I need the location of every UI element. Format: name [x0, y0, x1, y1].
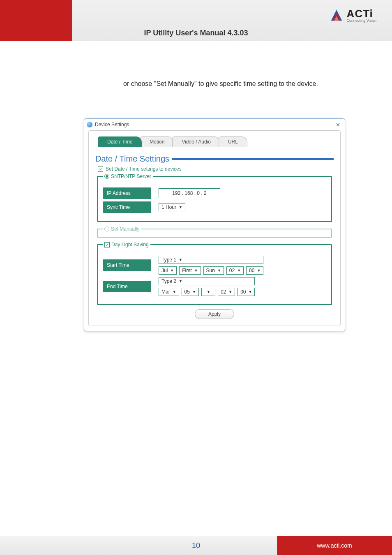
ip-address-input[interactable]: 192 . 168 . 0 . 2: [159, 188, 220, 198]
tab-date-time[interactable]: Date / Time: [98, 136, 142, 147]
start-day-select[interactable]: Sun▼: [203, 266, 224, 275]
body-paragraph: or choose "Set Manually" to give specifi…: [123, 80, 318, 88]
dialog-title: Device Settings: [95, 122, 129, 127]
chevron-down-icon: ▼: [173, 290, 176, 294]
start-type-value: Type 1: [161, 257, 176, 263]
sntp-legend[interactable]: SNTP/NTP Server: [103, 173, 153, 179]
ip-address-label: IP Address: [103, 187, 151, 199]
chevron-down-icon: ▼: [257, 268, 261, 273]
sync-time-select[interactable]: 1 Hour ▼: [159, 203, 185, 211]
set-to-devices-label: Set Date / Time settings to devices: [106, 166, 182, 172]
end-dom-select[interactable]: 05▼: [182, 288, 199, 296]
set-manually-group: Set Manually: [97, 226, 332, 238]
page-number: 10: [192, 541, 200, 550]
set-manually-text: Set Manually: [111, 226, 139, 232]
chevron-down-icon: ▼: [179, 258, 182, 262]
end-type-select[interactable]: Type 2 ▼: [159, 277, 255, 285]
start-time-label: Start Time: [103, 259, 151, 271]
chevron-down-icon: ▼: [237, 268, 241, 273]
logo-mark-icon: [329, 7, 344, 23]
end-time-label: End Time: [103, 281, 151, 292]
chevron-down-icon: ▼: [228, 290, 232, 294]
tab-motion[interactable]: Motion: [140, 136, 174, 147]
tab-url[interactable]: URL: [219, 136, 247, 147]
chevron-down-icon: ▼: [179, 205, 182, 209]
sync-time-label: Sync Time: [103, 201, 151, 213]
chevron-down-icon: ▼: [192, 290, 196, 294]
section-heading: Date / Time Settings: [95, 154, 169, 164]
checkbox-icon[interactable]: [104, 242, 110, 247]
start-minute-select[interactable]: 00▼: [246, 266, 263, 275]
section-heading-row: Date / Time Settings: [95, 154, 334, 164]
sntp-legend-text: SNTP/NTP Server: [111, 173, 151, 179]
start-ordinal-select[interactable]: First▼: [179, 266, 201, 275]
globe-icon: [87, 122, 92, 127]
dialog-body: Date / Time Motion Video / Audio URL Dat…: [88, 130, 341, 326]
logo-text: ACTi: [347, 8, 376, 19]
chevron-down-icon: ▼: [249, 290, 252, 294]
radio-icon[interactable]: [104, 227, 109, 231]
footer-gray: [0, 536, 277, 555]
device-settings-dialog: Device Settings ✕ Date / Time Motion Vid…: [84, 118, 345, 331]
close-icon[interactable]: ✕: [333, 121, 342, 128]
end-minute-select[interactable]: 00▼: [238, 288, 255, 296]
dialog-titlebar: Device Settings ✕: [84, 119, 345, 130]
chevron-down-icon: ▼: [217, 268, 221, 273]
dls-legend-text: Day Light Saving: [111, 242, 149, 247]
page-header: IP Utility User's Manual 4.3.03 ACTi Con…: [0, 0, 392, 41]
sntp-group: SNTP/NTP Server IP Address 192 . 168 . 0…: [97, 173, 332, 222]
manual-title: IP Utility User's Manual 4.3.03: [144, 29, 248, 37]
end-blank-select[interactable]: ▼: [201, 288, 215, 296]
chevron-down-icon: ▼: [170, 268, 174, 273]
end-hour-select[interactable]: 02▼: [218, 288, 235, 296]
section-rule: [172, 158, 334, 160]
chevron-down-icon: ▼: [207, 290, 210, 294]
daylight-saving-group: Day Light Saving Start Time Type 1 ▼ Jul…: [97, 242, 332, 305]
chevron-down-icon: ▼: [179, 279, 182, 283]
brand-logo: ACTi Connecting Vision: [329, 7, 376, 23]
dls-legend[interactable]: Day Light Saving: [103, 242, 150, 247]
set-to-devices-row[interactable]: Set Date / Time settings to devices: [98, 166, 334, 172]
end-month-select[interactable]: Mar▼: [159, 288, 179, 296]
start-type-select[interactable]: Type 1 ▼: [159, 256, 263, 264]
logo-tagline: Connecting Vision: [347, 19, 376, 23]
sync-time-value: 1 Hour: [161, 204, 176, 210]
start-month-select[interactable]: Jul▼: [159, 266, 177, 275]
tab-bar: Date / Time Motion Video / Audio URL: [98, 136, 334, 147]
chevron-down-icon: ▼: [194, 268, 198, 273]
start-hour-select[interactable]: 02▼: [226, 266, 244, 275]
apply-button[interactable]: Apply: [195, 309, 234, 319]
footer-url: www.acti.com: [277, 536, 392, 555]
checkbox-icon[interactable]: [98, 166, 103, 172]
set-manually-legend[interactable]: Set Manually: [103, 226, 141, 232]
header-divider: [72, 41, 392, 41]
tab-video-audio[interactable]: Video / Audio: [172, 136, 220, 147]
radio-icon[interactable]: [104, 174, 109, 179]
end-type-value: Type 2: [161, 278, 176, 284]
